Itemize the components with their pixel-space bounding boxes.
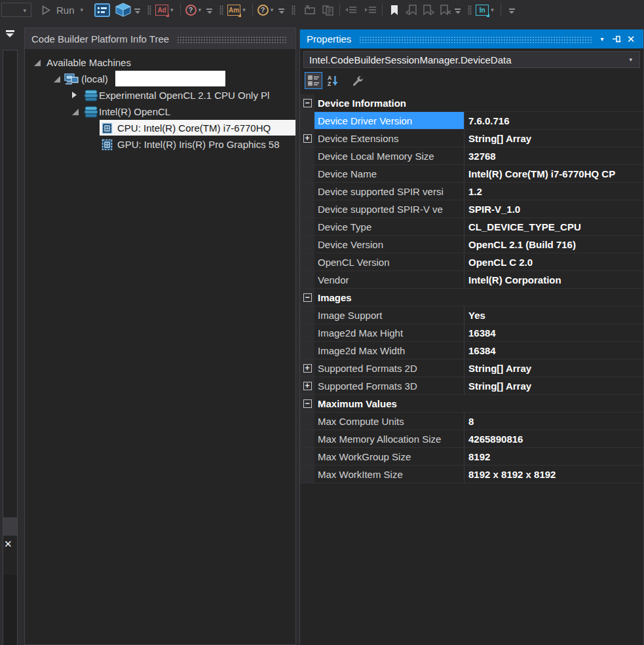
tree-item[interactable]: GPU: Intel(R) Iris(R) Pro Graphics 58 — [25, 136, 295, 153]
property-row[interactable]: VendorIntel(R) Corporation — [300, 271, 643, 289]
tree-item[interactable]: CPU: Intel(R) Core(TM) i7-6770HQ — [25, 120, 295, 136]
next-bookmark-icon[interactable] — [423, 5, 434, 16]
previous-bookmark-icon[interactable] — [406, 5, 417, 16]
bookmark-icon[interactable] — [390, 5, 399, 16]
toolbar-overflow-icon[interactable] — [508, 9, 516, 14]
close-icon[interactable]: ✕ — [624, 33, 638, 46]
pin-icon[interactable] — [609, 33, 624, 46]
run-button[interactable]: Run — [56, 5, 75, 16]
property-row[interactable]: Device NameIntel(R) Core(TM) i7-6770HQ C… — [300, 165, 643, 183]
property-value[interactable]: 8 — [464, 413, 643, 430]
tree-item[interactable]: Experimental OpenCL 2.1 CPU Only Pl — [25, 87, 295, 103]
property-value[interactable]: 16384 — [464, 324, 643, 341]
property-category-row[interactable]: −Maximum Values — [300, 395, 643, 413]
property-value[interactable]: Yes — [464, 306, 643, 323]
am-dropdown-icon[interactable]: ▾ — [242, 7, 246, 13]
property-row[interactable]: Max WorkItem Size8192 x 8192 x 8192 — [300, 466, 643, 483]
toolbar-grip[interactable] — [147, 5, 151, 15]
expand-expander-icon[interactable]: + — [303, 382, 312, 390]
toolbar-overflow-icon[interactable] — [134, 9, 141, 14]
toolbar-overflow-icon[interactable] — [206, 9, 213, 14]
property-value[interactable]: 4265890816 — [464, 430, 643, 447]
object-selector-combobox[interactable]: Intel.CodeBuilderSessionManager.DeviceDa… — [303, 51, 640, 68]
collapse-chevron-icon[interactable] — [6, 30, 14, 37]
intel-dropdown-icon[interactable]: ▾ — [491, 7, 494, 13]
collapsed-panel-tab[interactable] — [3, 517, 17, 536]
tree-panel-titlebar[interactable]: Code Builder Platform Info Tree — [25, 28, 295, 49]
toolbar-grip[interactable] — [468, 5, 472, 15]
ad-dropdown-icon[interactable]: ▾ — [170, 7, 174, 13]
property-row[interactable]: +Device ExtensionsString[] Array — [300, 130, 643, 147]
property-category-row[interactable]: −Images — [300, 289, 643, 306]
delete-bookmark-icon[interactable] — [440, 5, 451, 16]
play-icon[interactable] — [42, 5, 50, 15]
tree-expander-open-icon[interactable] — [54, 76, 60, 83]
tree-item[interactable]: Intel(R) OpenCL — [25, 103, 295, 120]
property-row[interactable]: +Supported Formats 3DString[] Array — [300, 377, 643, 395]
help-orange-dropdown-icon[interactable]: ▾ — [271, 7, 274, 13]
collapse-expander-icon[interactable]: − — [303, 293, 312, 302]
toolbar-combobox[interactable]: ▾ — [1, 3, 31, 17]
copy-lines-icon[interactable] — [322, 5, 335, 16]
property-category-row[interactable]: −Device Information — [300, 94, 643, 112]
property-row[interactable]: Image2d Max Hight16384 — [300, 324, 643, 342]
tree-item[interactable]: Available Machines — [25, 54, 295, 71]
property-row[interactable]: OpenCL VersionOpenCL C 2.0 — [300, 253, 643, 271]
tree-item[interactable]: (local) — [25, 71, 295, 87]
session-list-icon[interactable] — [94, 3, 110, 17]
property-row[interactable]: Max Memory Allocation Size4265890816 — [300, 430, 643, 448]
tree-expander-open-icon[interactable] — [72, 109, 79, 115]
toolbar-overflow-icon[interactable] — [278, 9, 285, 14]
collapse-expander-icon[interactable]: − — [303, 99, 312, 107]
property-value[interactable]: 32768 — [464, 147, 643, 164]
run-dropdown-icon[interactable]: ▾ — [81, 7, 84, 13]
property-row[interactable]: Image SupportYes — [300, 306, 643, 324]
close-icon[interactable]: ✕ — [4, 538, 12, 550]
property-row[interactable]: Device supported SPIR versi1.2 — [300, 183, 643, 200]
intel-tool-icon[interactable]: In — [476, 5, 489, 16]
help-red-icon[interactable]: ? — [185, 5, 197, 16]
property-value[interactable]: 7.6.0.716 — [464, 112, 643, 129]
property-row[interactable]: Image2d Max Width16384 — [300, 342, 643, 359]
property-row[interactable]: Device Local Memory Size32768 — [300, 147, 643, 165]
window-position-menu-icon[interactable]: ▾ — [595, 33, 609, 46]
property-row[interactable]: Device supported SPIR-V veSPIR-V_1.0 — [300, 200, 643, 218]
property-row[interactable]: Max Compute Units8 — [300, 413, 643, 430]
property-pages-wrench-icon[interactable] — [349, 72, 367, 89]
property-value[interactable]: Intel(R) Corporation — [464, 271, 643, 288]
help-orange-icon[interactable]: ? — [257, 5, 269, 16]
collapse-expander-icon[interactable]: − — [303, 399, 312, 408]
property-value[interactable]: 1.2 — [464, 183, 643, 200]
toolbar-overflow-icon[interactable] — [454, 9, 461, 14]
toolbar-grip[interactable] — [292, 5, 295, 15]
build-cube-icon[interactable] — [115, 3, 131, 17]
property-row[interactable]: Device VersionOpenCL 2.1 (Build 716) — [300, 236, 643, 253]
property-value[interactable]: OpenCL C 2.0 — [464, 253, 643, 270]
help-red-dropdown-icon[interactable]: ▾ — [199, 7, 202, 13]
property-value[interactable]: SPIR-V_1.0 — [464, 200, 643, 217]
expand-expander-icon[interactable]: + — [303, 134, 312, 143]
decrease-indent-icon[interactable] — [345, 5, 358, 15]
tree-expander-closed-icon[interactable] — [72, 92, 77, 98]
property-value[interactable]: String[] Array — [464, 377, 643, 394]
navigate-frame-icon[interactable] — [303, 5, 316, 15]
property-value[interactable]: OpenCL 2.1 (Build 716) — [464, 236, 643, 253]
property-value[interactable]: String[] Array — [464, 130, 643, 147]
expand-expander-icon[interactable]: + — [303, 364, 312, 373]
ad-tool-icon[interactable]: Ad — [155, 5, 168, 16]
property-row[interactable]: Max WorkGroup Size8192 — [300, 448, 643, 466]
am-tool-icon[interactable]: Am — [227, 5, 240, 16]
property-row[interactable]: Device Driver Version7.6.0.716 — [300, 112, 643, 130]
property-value[interactable]: 8192 x 8192 x 8192 — [464, 466, 643, 483]
toolbar-grip[interactable] — [219, 5, 223, 15]
properties-titlebar[interactable]: Properties ▾ ✕ — [300, 29, 643, 48]
property-value[interactable]: 16384 — [464, 342, 643, 359]
alphabetical-sort-button[interactable]: AZ — [324, 72, 341, 89]
property-value[interactable]: String[] Array — [464, 359, 643, 377]
tree-expander-open-icon[interactable] — [34, 60, 41, 66]
increase-indent-icon[interactable] — [364, 5, 377, 15]
property-value[interactable]: 8192 — [464, 448, 643, 465]
categorized-view-button[interactable] — [305, 72, 322, 89]
property-value[interactable]: CL_DEVICE_TYPE_CPU — [464, 218, 643, 235]
property-row[interactable]: +Supported Formats 2DString[] Array — [300, 359, 643, 377]
